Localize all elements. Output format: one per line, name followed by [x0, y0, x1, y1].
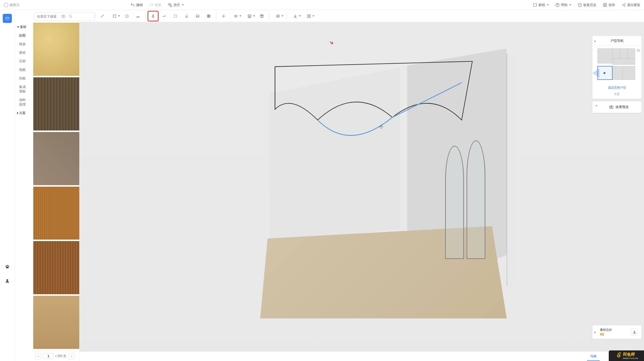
- price-panel: ▸ 素材总价 ¥0: [592, 325, 641, 339]
- nav-item-floor[interactable]: 地板: [15, 65, 30, 74]
- minimap[interactable]: 20: [592, 46, 641, 84]
- nav-item-stone[interactable]: 石材: [15, 57, 30, 65]
- svg-point-7: [69, 15, 71, 17]
- exit-button[interactable]: 退出硬装: [621, 3, 640, 7]
- nav-item-texture[interactable]: 贴图: [15, 31, 30, 40]
- chevron-down-icon: [182, 4, 184, 6]
- history-button[interactable]: 恢复历史: [578, 3, 596, 7]
- view-bird-tab[interactable]: 鸟瞰: [587, 352, 600, 361]
- tool-panel-button[interactable]: [192, 12, 203, 21]
- material-item[interactable]: [33, 296, 79, 349]
- watermark: ၆ 羽兔网 WWW.YUTU.CN: [609, 350, 644, 361]
- left-rail: [0, 10, 15, 361]
- redo-button[interactable]: 恢复: [149, 3, 161, 7]
- search-bar: [32, 10, 77, 23]
- pager-total-label: / 250 页: [55, 354, 66, 358]
- tool-circle-button[interactable]: [122, 12, 132, 21]
- rail-library-button[interactable]: [3, 14, 12, 23]
- svg-point-13: [223, 15, 224, 17]
- svg-rect-10: [174, 15, 177, 17]
- tool-cube-button[interactable]: [257, 12, 267, 21]
- search-icon[interactable]: [68, 14, 73, 19]
- svg-rect-11: [196, 15, 199, 17]
- pager-next-button[interactable]: ›: [68, 353, 74, 359]
- material-grid: [30, 10, 79, 351]
- svg-rect-12: [207, 15, 210, 17]
- panel-collapse-icon[interactable]: ▸: [594, 330, 596, 334]
- canvas-area: ➔: [80, 10, 644, 361]
- tool-layer-button[interactable]: [243, 12, 256, 21]
- app-name: 酷家乐: [10, 3, 20, 7]
- return-floorplan-link[interactable]: 返回完整户型: [592, 84, 641, 92]
- price-value: ¥0: [600, 332, 612, 336]
- tool-extrude-button[interactable]: [148, 11, 159, 21]
- material-item[interactable]: [33, 23, 79, 76]
- svg-point-6: [63, 16, 64, 17]
- svg-point-16: [611, 107, 612, 108]
- camera-icon[interactable]: [61, 14, 66, 19]
- price-expand-button[interactable]: [631, 329, 638, 336]
- tool-line-button[interactable]: [97, 12, 108, 21]
- material-item[interactable]: [33, 132, 79, 185]
- tool-download-button[interactable]: [289, 12, 302, 21]
- category-nav: 素材 贴图 线条 瓷砖 石材 地板 扣板 集成墙板 涂料肌理 方案: [15, 10, 30, 361]
- rail-home-button[interactable]: [3, 262, 12, 271]
- tool-align-button[interactable]: [229, 12, 242, 21]
- svg-rect-15: [610, 106, 613, 109]
- nav-item-panel[interactable]: 扣板: [15, 74, 30, 83]
- svg-rect-3: [603, 4, 606, 7]
- chevron-down-icon: [569, 4, 571, 6]
- tutorial-button[interactable]: 教程: [533, 3, 549, 7]
- tool-light-button[interactable]: [181, 12, 192, 21]
- undo-button[interactable]: 撤销: [130, 3, 143, 7]
- bottom-bar: 鸟瞰 漫游: [80, 351, 644, 361]
- nav-item-paint[interactable]: 涂料肌理: [15, 96, 30, 109]
- material-item[interactable]: [33, 77, 79, 130]
- tool-view-button[interactable]: [302, 12, 315, 21]
- tool-ribbon: [80, 10, 644, 22]
- help-button[interactable]: 帮助: [555, 3, 571, 7]
- left-panel: 素材 贴图 线条 瓷砖 石材 地板 扣板 集成墙板 涂料肌理 方案 ‹: [15, 10, 80, 361]
- pager-current-input[interactable]: [43, 353, 53, 359]
- app-logo: 酷家乐: [4, 3, 20, 7]
- pager-prev-button[interactable]: ‹: [35, 353, 41, 359]
- annotation-arrow: ➔: [328, 39, 335, 47]
- clear-button[interactable]: 清空: [168, 3, 184, 7]
- viewport-3d[interactable]: ➔: [80, 22, 644, 351]
- rail-user-button[interactable]: [3, 276, 12, 285]
- svg-rect-5: [62, 15, 65, 18]
- svg-rect-0: [533, 4, 536, 6]
- preview-label[interactable]: 效果预览: [616, 105, 629, 109]
- camera-icon: [609, 105, 614, 109]
- tool-rect-button[interactable]: [108, 12, 121, 21]
- material-item[interactable]: [33, 187, 79, 240]
- floorplan-nav-panel: ▸ 户型导航 20: [592, 36, 641, 99]
- tool-arc-button[interactable]: [133, 12, 143, 21]
- svg-point-9: [126, 15, 128, 17]
- move-gizmo-icon: [379, 124, 384, 129]
- floor-label: 3 层: [592, 92, 641, 99]
- material-item[interactable]: [33, 241, 79, 294]
- tool-visibility-button[interactable]: [271, 12, 284, 21]
- top-menu: 酷家乐 撤销 恢复 清空 教程 帮助 恢复历史: [0, 0, 644, 10]
- save-button[interactable]: 保存: [603, 3, 615, 7]
- tool-region-button[interactable]: [170, 12, 181, 21]
- plans-header[interactable]: 方案: [15, 109, 30, 117]
- floorplan-nav-title: 户型导航: [611, 39, 624, 43]
- panel-collapse-icon[interactable]: ▸: [596, 103, 598, 107]
- svg-rect-8: [113, 15, 116, 17]
- tool-grid-button[interactable]: [203, 12, 214, 21]
- panel-collapse-icon[interactable]: ▸: [594, 39, 596, 43]
- tool-measure-button[interactable]: [218, 12, 229, 21]
- svg-point-4: [7, 279, 8, 281]
- pager: ‹ / 250 页 ›: [30, 351, 79, 361]
- chevron-down-icon: [547, 4, 549, 6]
- nav-item-molding[interactable]: 线条: [15, 40, 30, 48]
- svg-point-14: [277, 15, 279, 17]
- price-label: 素材总价: [600, 328, 612, 332]
- preview-panel: ▸ 效果预览: [592, 101, 641, 113]
- nav-item-wallboard[interactable]: 集成墙板: [15, 83, 30, 96]
- materials-header[interactable]: 素材: [15, 23, 30, 31]
- tool-freehand-button[interactable]: [159, 12, 170, 21]
- nav-item-tile[interactable]: 瓷砖: [15, 48, 30, 57]
